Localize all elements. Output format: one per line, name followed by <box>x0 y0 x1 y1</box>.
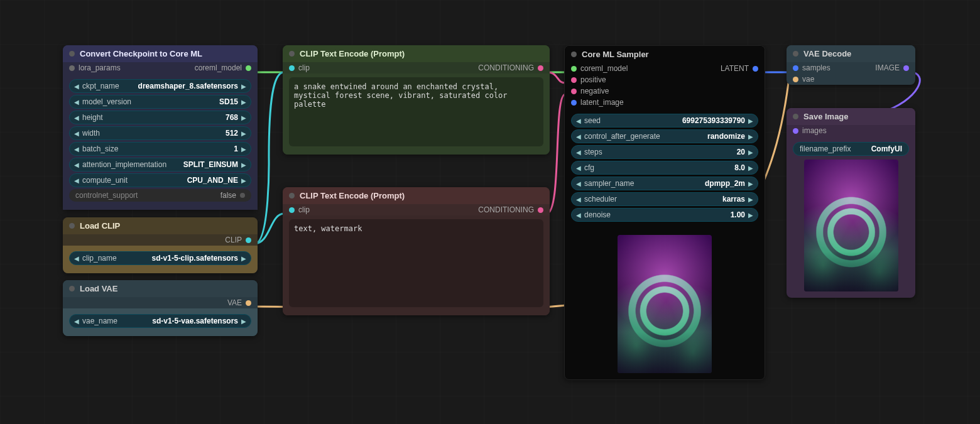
chevron-left-icon[interactable]: ◀ <box>575 212 582 219</box>
collapse-dot-icon[interactable] <box>69 223 75 229</box>
node-header[interactable]: Load VAE <box>63 280 258 297</box>
param-steps[interactable]: ◀steps20▶ <box>571 145 758 159</box>
param-controlnet-support[interactable]: controlnet_supportfalse <box>69 189 251 202</box>
port-in-clip[interactable] <box>289 65 295 71</box>
chevron-right-icon[interactable]: ▶ <box>748 196 754 203</box>
param-denoise[interactable]: ◀denoise1.00▶ <box>571 208 758 222</box>
port-in-clip[interactable] <box>289 207 295 213</box>
port-out-latent[interactable] <box>753 66 758 72</box>
chevron-right-icon[interactable]: ▶ <box>241 99 247 106</box>
collapse-dot-icon[interactable] <box>571 52 577 57</box>
port-out-coreml-model[interactable] <box>246 65 251 71</box>
collapse-dot-icon[interactable] <box>289 193 295 198</box>
chevron-right-icon[interactable]: ▶ <box>748 165 754 171</box>
toggle-dot-icon[interactable] <box>240 193 245 198</box>
param-ckpt-name[interactable]: ◀ckpt_namedreamshaper_8.safetensors▶ <box>69 79 251 93</box>
chevron-left-icon[interactable]: ◀ <box>575 196 582 203</box>
node-header[interactable]: Convert Checkpoint to Core ML <box>63 45 258 62</box>
port-out-clip[interactable] <box>246 237 251 243</box>
port-in-vae[interactable] <box>793 77 798 82</box>
port-out-conditioning[interactable] <box>538 65 543 71</box>
param-filename-prefix[interactable]: filename_prefix ComfyUI <box>793 142 909 156</box>
node-title: VAE Decode <box>803 49 851 58</box>
chevron-right-icon[interactable]: ▶ <box>241 146 247 153</box>
node-header[interactable]: CLIP Text Encode (Prompt) <box>283 187 550 204</box>
node-load-clip[interactable]: Load CLIP CLIP ◀ clip_name sd-v1-5-clip.… <box>63 217 258 273</box>
port-in-images[interactable] <box>793 128 798 134</box>
chevron-left-icon[interactable]: ◀ <box>74 146 80 153</box>
param-clip-name[interactable]: ◀ clip_name sd-v1-5-clip.safetensors ▶ <box>69 251 251 265</box>
chevron-right-icon[interactable]: ▶ <box>241 318 247 325</box>
chevron-left-icon[interactable]: ◀ <box>74 114 80 121</box>
chevron-left-icon[interactable]: ◀ <box>74 99 80 106</box>
chevron-right-icon[interactable]: ▶ <box>241 114 247 121</box>
prompt-text-input[interactable] <box>289 77 543 146</box>
port-label: LATENT <box>721 64 749 73</box>
collapse-dot-icon[interactable] <box>289 51 295 57</box>
port-label: negative <box>580 87 609 95</box>
collapse-dot-icon[interactable] <box>793 114 798 119</box>
chevron-right-icon[interactable]: ▶ <box>748 133 754 140</box>
chevron-left-icon[interactable]: ◀ <box>575 180 582 187</box>
port-out-vae[interactable] <box>246 300 251 306</box>
param-model-version[interactable]: ◀model_versionSD15▶ <box>69 95 251 109</box>
node-header[interactable]: CLIP Text Encode (Prompt) <box>283 45 550 62</box>
param-compute-unit[interactable]: ◀compute_unitCPU_AND_NE▶ <box>69 173 251 187</box>
param-cfg[interactable]: ◀cfg8.0▶ <box>571 161 758 175</box>
node-header[interactable]: Save Image <box>787 108 915 125</box>
node-coreml-sampler[interactable]: Core ML Sampler coreml_model LATENT posi… <box>564 45 765 380</box>
collapse-dot-icon[interactable] <box>69 51 75 57</box>
chevron-right-icon[interactable]: ▶ <box>748 117 754 124</box>
node-clip-text-encode-positive[interactable]: CLIP Text Encode (Prompt) clip CONDITION… <box>283 45 550 155</box>
collapse-dot-icon[interactable] <box>69 286 75 291</box>
chevron-left-icon[interactable]: ◀ <box>74 318 80 325</box>
node-header[interactable]: Load CLIP <box>63 217 258 234</box>
node-save-image[interactable]: Save Image images filename_prefix ComfyU… <box>787 108 915 298</box>
chevron-right-icon[interactable]: ▶ <box>241 177 247 184</box>
node-clip-text-encode-negative[interactable]: CLIP Text Encode (Prompt) clip CONDITION… <box>283 187 550 315</box>
param-attention-implementation[interactable]: ◀attention_implementationSPLIT_EINSUM▶ <box>69 158 251 171</box>
chevron-right-icon[interactable]: ▶ <box>241 161 247 168</box>
chevron-left-icon[interactable]: ◀ <box>575 133 582 140</box>
param-height[interactable]: ◀height768▶ <box>69 111 251 124</box>
node-title: CLIP Text Encode (Prompt) <box>300 191 405 200</box>
chevron-left-icon[interactable]: ◀ <box>575 165 582 171</box>
port-out-image[interactable] <box>903 65 909 71</box>
chevron-right-icon[interactable]: ▶ <box>748 149 754 156</box>
param-sampler-name[interactable]: ◀sampler_namedpmpp_2m▶ <box>571 177 758 190</box>
node-load-vae[interactable]: Load VAE VAE ◀ vae_name sd-v1-5-vae.safe… <box>63 280 258 336</box>
chevron-left-icon[interactable]: ◀ <box>74 130 80 137</box>
chevron-left-icon[interactable]: ◀ <box>575 117 582 124</box>
collapse-dot-icon[interactable] <box>793 51 798 57</box>
chevron-left-icon[interactable]: ◀ <box>74 255 80 262</box>
chevron-left-icon[interactable]: ◀ <box>74 177 80 184</box>
chevron-right-icon[interactable]: ▶ <box>241 83 247 90</box>
port-in-latent-image[interactable] <box>571 100 577 106</box>
param-vae-name[interactable]: ◀ vae_name sd-v1-5-vae.safetensors ▶ <box>69 314 251 328</box>
param-control-after-generate[interactable]: ◀control_after_generaterandomize▶ <box>571 129 758 143</box>
port-in-samples[interactable] <box>793 65 798 71</box>
param-width[interactable]: ◀width512▶ <box>69 126 251 140</box>
chevron-right-icon[interactable]: ▶ <box>241 255 247 262</box>
chevron-right-icon[interactable]: ▶ <box>748 212 754 219</box>
node-vae-decode[interactable]: VAE Decode samples IMAGE vae <box>787 45 915 85</box>
node-header[interactable]: Core ML Sampler <box>565 46 765 63</box>
param-batch-size[interactable]: ◀batch_size1▶ <box>69 142 251 156</box>
prompt-text-input[interactable] <box>289 219 543 307</box>
param-scheduler[interactable]: ◀schedulerkarras▶ <box>571 192 758 206</box>
port-in-negative[interactable] <box>571 89 577 94</box>
chevron-left-icon[interactable]: ◀ <box>74 161 80 168</box>
port-in-coreml-model[interactable] <box>571 66 577 72</box>
port-out-conditioning[interactable] <box>538 207 543 213</box>
port-in-lora-params[interactable] <box>69 65 75 71</box>
node-convert-checkpoint[interactable]: Convert Checkpoint to Core ML lora_param… <box>63 45 258 210</box>
port-label: samples <box>802 63 830 72</box>
node-header[interactable]: VAE Decode <box>787 45 915 62</box>
param-seed[interactable]: ◀seed699275393339790▶ <box>571 114 758 128</box>
chevron-right-icon[interactable]: ▶ <box>748 180 754 187</box>
chevron-right-icon[interactable]: ▶ <box>241 130 247 137</box>
preview-image <box>618 235 712 373</box>
chevron-left-icon[interactable]: ◀ <box>74 83 80 90</box>
chevron-left-icon[interactable]: ◀ <box>575 149 582 156</box>
port-in-positive[interactable] <box>571 77 577 83</box>
